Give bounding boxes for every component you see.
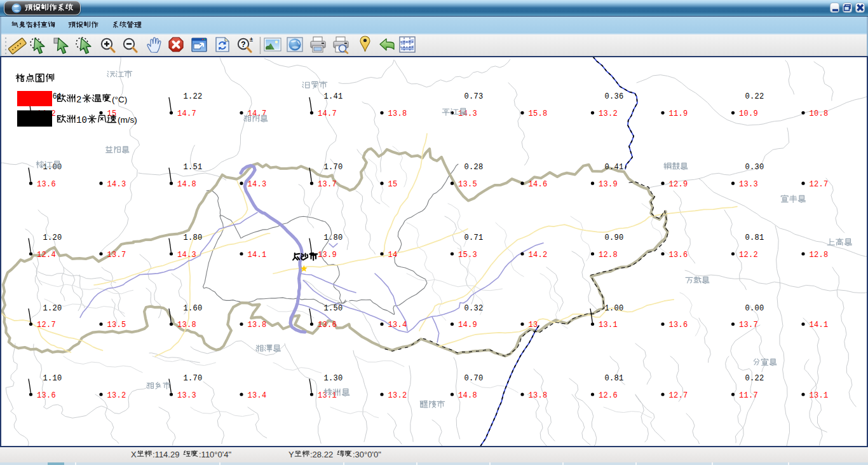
svg-text:1.70: 1.70 bbox=[184, 374, 203, 383]
svg-text:1.50: 1.50 bbox=[324, 304, 343, 313]
svg-text:14.3: 14.3 bbox=[248, 180, 267, 189]
svg-text:15: 15 bbox=[388, 180, 398, 189]
svg-text:10.9: 10.9 bbox=[739, 109, 758, 118]
svg-text:13.7: 13.7 bbox=[318, 180, 337, 189]
svg-text:0.22: 0.22 bbox=[745, 92, 764, 101]
svg-text:14.6: 14.6 bbox=[529, 180, 548, 189]
svg-text:1.00: 1.00 bbox=[605, 304, 624, 313]
svg-text:14.3: 14.3 bbox=[177, 251, 196, 260]
svg-text:12.2: 12.2 bbox=[739, 251, 758, 260]
svg-text:13.6: 13.6 bbox=[669, 321, 688, 330]
svg-text:?: ? bbox=[241, 40, 245, 49]
svg-text:12.7: 12.7 bbox=[810, 180, 829, 189]
svg-text:1.20: 1.20 bbox=[43, 304, 62, 313]
svg-text:13.7: 13.7 bbox=[739, 321, 758, 330]
svg-text:1.20: 1.20 bbox=[43, 233, 62, 242]
svg-text:13.2: 13.2 bbox=[388, 391, 407, 400]
svg-text:13.6: 13.6 bbox=[37, 180, 56, 189]
svg-text:0.81: 0.81 bbox=[605, 374, 624, 383]
svg-text:12.6: 12.6 bbox=[599, 391, 618, 400]
svg-text:1.30: 1.30 bbox=[324, 374, 343, 383]
svg-text:0.36: 0.36 bbox=[605, 92, 624, 101]
svg-text::114.29: :114.29 bbox=[153, 450, 179, 459]
svg-text:12.7: 12.7 bbox=[669, 391, 688, 400]
svg-text:14.9: 14.9 bbox=[458, 321, 477, 330]
svg-text:13.3: 13.3 bbox=[739, 180, 758, 189]
svg-text:X: X bbox=[131, 450, 137, 459]
svg-text:0.70: 0.70 bbox=[465, 374, 484, 383]
svg-text:1.22: 1.22 bbox=[184, 92, 203, 101]
svg-text:13.9: 13.9 bbox=[599, 180, 618, 189]
svg-text:1.10: 1.10 bbox=[43, 374, 62, 383]
svg-text:13.4: 13.4 bbox=[248, 391, 267, 400]
svg-text:13.2: 13.2 bbox=[599, 109, 618, 118]
svg-text:15.8: 15.8 bbox=[529, 109, 548, 118]
svg-text:12.9: 12.9 bbox=[669, 180, 688, 189]
svg-text:13.5: 13.5 bbox=[107, 321, 126, 330]
svg-text:14.8: 14.8 bbox=[458, 391, 477, 400]
svg-text:13.8: 13.8 bbox=[529, 391, 548, 400]
svg-text:2: 2 bbox=[76, 95, 81, 105]
svg-text:13.8: 13.8 bbox=[177, 321, 196, 330]
svg-text:0.81: 0.81 bbox=[745, 233, 764, 242]
svg-text:14.7: 14.7 bbox=[177, 109, 196, 118]
svg-text:Y: Y bbox=[288, 450, 294, 459]
svg-text:14.2: 14.2 bbox=[529, 251, 548, 260]
svg-text:10: 10 bbox=[76, 115, 87, 125]
svg-text:13.3: 13.3 bbox=[177, 391, 196, 400]
svg-text:13: 13 bbox=[529, 321, 538, 330]
svg-text:0.28: 0.28 bbox=[465, 163, 484, 172]
svg-text:14.1: 14.1 bbox=[810, 321, 829, 330]
svg-text:11.7: 11.7 bbox=[739, 391, 758, 400]
svg-text:0.73: 0.73 bbox=[465, 92, 484, 101]
svg-text:0.00: 0.00 bbox=[745, 304, 764, 313]
svg-text:13.1: 13.1 bbox=[810, 391, 829, 400]
svg-text:15.3: 15.3 bbox=[458, 251, 477, 260]
svg-text:13.5: 13.5 bbox=[458, 180, 477, 189]
svg-text:12.4: 12.4 bbox=[37, 251, 56, 260]
svg-text:13.8: 13.8 bbox=[248, 321, 267, 330]
svg-text::28.22: :28.22 bbox=[310, 450, 333, 459]
svg-text:0.90: 0.90 bbox=[605, 233, 624, 242]
svg-text:±: ± bbox=[250, 36, 253, 43]
svg-text:14.3: 14.3 bbox=[107, 180, 126, 189]
svg-text::110°0'4": :110°0'4" bbox=[199, 450, 231, 459]
svg-text:1.80: 1.80 bbox=[184, 233, 203, 242]
svg-text:14.8: 14.8 bbox=[177, 180, 196, 189]
svg-text:14.1: 14.1 bbox=[248, 251, 267, 260]
svg-text:11.9: 11.9 bbox=[669, 109, 688, 118]
svg-text:0.30: 0.30 bbox=[745, 163, 764, 172]
svg-text:14: 14 bbox=[388, 251, 398, 260]
svg-text:13.8: 13.8 bbox=[388, 109, 407, 118]
svg-text:(°C): (°C) bbox=[112, 95, 127, 104]
svg-text:0.32: 0.32 bbox=[465, 304, 484, 313]
svg-text:0.71: 0.71 bbox=[465, 233, 484, 242]
svg-text:14.7: 14.7 bbox=[318, 109, 337, 118]
svg-text:12.8: 12.8 bbox=[810, 251, 829, 260]
svg-text:0.41: 0.41 bbox=[605, 163, 624, 172]
svg-text:13.6: 13.6 bbox=[37, 391, 56, 400]
svg-text:1.41: 1.41 bbox=[324, 92, 343, 101]
svg-text:13.6: 13.6 bbox=[318, 321, 337, 330]
svg-text::30°0'0": :30°0'0" bbox=[353, 450, 381, 459]
svg-text:15: 15 bbox=[107, 109, 117, 118]
svg-text:10.8: 10.8 bbox=[810, 109, 829, 118]
svg-text:13.1: 13.1 bbox=[599, 321, 618, 330]
svg-text:(m/s): (m/s) bbox=[118, 115, 137, 125]
svg-text:13.4: 13.4 bbox=[388, 321, 407, 330]
svg-text:13.7: 13.7 bbox=[107, 251, 126, 260]
svg-text:1.51: 1.51 bbox=[184, 163, 203, 172]
svg-text:1.80: 1.80 bbox=[324, 233, 343, 242]
svg-text:1.60: 1.60 bbox=[184, 304, 203, 313]
svg-text:12.8: 12.8 bbox=[599, 251, 618, 260]
svg-text:12.7: 12.7 bbox=[37, 321, 56, 330]
svg-text:1.70: 1.70 bbox=[324, 163, 343, 172]
svg-text:13.9: 13.9 bbox=[318, 251, 337, 260]
svg-text:13.6: 13.6 bbox=[669, 251, 688, 260]
svg-text:13.2: 13.2 bbox=[107, 391, 126, 400]
svg-text:0.22: 0.22 bbox=[745, 374, 764, 383]
